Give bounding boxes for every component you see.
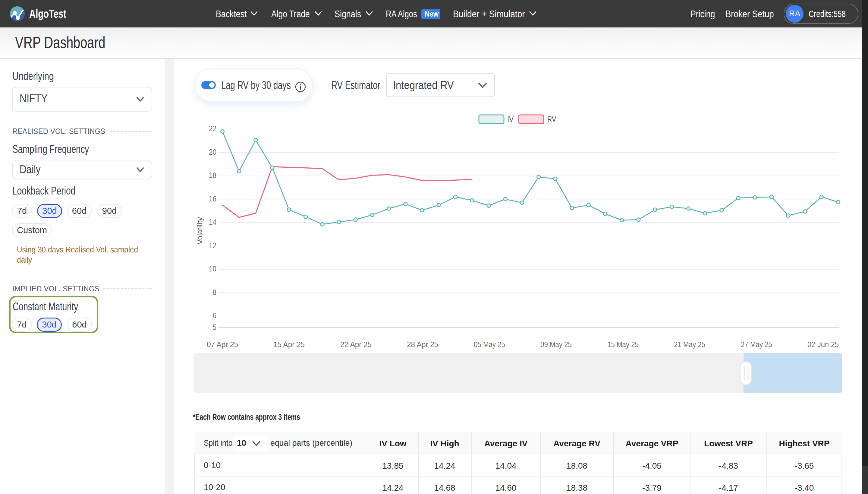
svg-text:IV: IV: [507, 115, 514, 124]
svg-text:22: 22: [209, 124, 216, 133]
svg-text:10: 10: [209, 264, 216, 273]
svg-text:RV: RV: [547, 115, 556, 124]
svg-text:21 May 25: 21 May 25: [674, 340, 705, 349]
svg-text:28 Apr 25: 28 Apr 25: [407, 340, 438, 349]
svg-text:12: 12: [209, 241, 216, 250]
svg-text:14: 14: [209, 217, 216, 227]
svg-text:16: 16: [209, 194, 216, 203]
svg-text:6: 6: [213, 311, 216, 320]
svg-text:07 Apr 25: 07 Apr 25: [207, 340, 238, 349]
svg-text:05 May 25: 05 May 25: [474, 340, 505, 349]
svg-text:20: 20: [209, 148, 216, 156]
svg-text:02 Jun 25: 02 Jun 25: [807, 340, 839, 349]
svg-text:27 May 25: 27 May 25: [741, 340, 772, 349]
svg-text:09 May 25: 09 May 25: [540, 340, 572, 349]
svg-text:5: 5: [213, 323, 216, 332]
svg-text:18: 18: [209, 171, 216, 180]
svg-text:15 May 25: 15 May 25: [607, 340, 639, 349]
svg-text:Volatility: Volatility: [196, 217, 204, 245]
svg-text:15 Apr 25: 15 Apr 25: [273, 340, 305, 349]
svg-text:22 Apr 25: 22 Apr 25: [340, 340, 372, 349]
svg-text:8: 8: [213, 288, 216, 297]
